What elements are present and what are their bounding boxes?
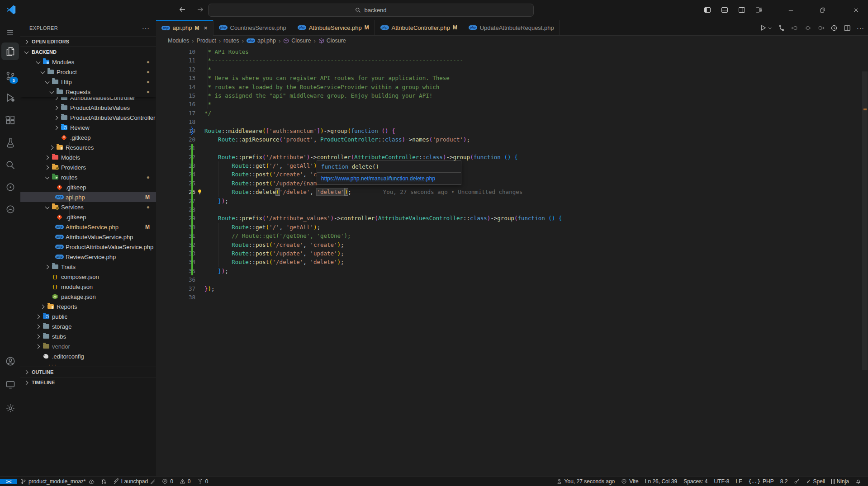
tree-item-attributevalueservice-php[interactable]: phpAttributeValueService.php <box>20 232 156 242</box>
tree-item-models[interactable]: Models <box>20 152 156 162</box>
tree-item-storage[interactable]: storage <box>20 321 156 331</box>
status-launchpad[interactable]: Launchpad <box>110 477 159 486</box>
tree-item-editorconfig[interactable]: .editorconfig <box>20 351 156 361</box>
breadcrumb-item-api-php[interactable]: phpapi.php <box>247 38 276 44</box>
previous-change-icon[interactable] <box>791 24 798 32</box>
section-open-editors[interactable]: OPEN EDITORS <box>20 36 156 47</box>
code-line-17[interactable]: 17*/ <box>156 109 868 118</box>
code-line-32[interactable]: 32 Route::post('/create', 'create'); <box>156 241 868 249</box>
tree-item-stubs[interactable]: stubs <box>20 331 156 341</box>
code-line-20[interactable]: 20 Route::apiResource('product', Product… <box>156 135 868 144</box>
toggle-secondary-sidebar-icon[interactable] <box>738 6 745 14</box>
tree-item-productattributevalues[interactable]: ProductAttributeValues <box>20 103 156 113</box>
tree-item-gitkeep[interactable]: .gitkeep <box>20 132 156 142</box>
tooltip-doc-link[interactable]: https://www.php.net/manual/function.dele… <box>321 175 435 182</box>
code-line-19[interactable]: 19Route::middleware(['auth:sanctum'])->g… <box>156 127 868 135</box>
breadcrumb-item-routes[interactable]: routes <box>223 38 239 44</box>
search-icon[interactable] <box>1 156 19 174</box>
code-line-33[interactable]: 33 Route::post('/update', 'update'); <box>156 249 868 258</box>
code-line-26[interactable]: 26 Route::delete('/delete', 'delete');Yo… <box>156 188 868 196</box>
code-line-24[interactable]: 24 Route::post('/create', 'c <box>156 170 868 179</box>
status-git-branch[interactable]: product_module_moaz* <box>17 477 98 486</box>
extension-a-icon[interactable] <box>1 178 19 196</box>
remote-explorer-icon[interactable] <box>1 376 19 393</box>
window-minimize-icon[interactable] <box>780 0 801 20</box>
status-remote-indicator[interactable]: >< <box>0 479 17 484</box>
code-line-22[interactable]: 22 Route::prefix('/attribute')->controll… <box>156 153 868 161</box>
tab-countriesservice-php[interactable]: phpCountriesService.php <box>213 20 292 35</box>
code-line-30[interactable]: 30 Route::get('/', 'getAll'); <box>156 223 868 231</box>
status-license-key[interactable] <box>791 477 803 486</box>
timeline-history-icon[interactable] <box>830 24 838 32</box>
run-icon[interactable] <box>760 24 772 31</box>
status-errors[interactable]: 0 <box>159 477 176 486</box>
code-line-10[interactable]: 10 * API Routes <box>156 47 868 56</box>
tree-item-gitkeep[interactable]: .gitkeep <box>20 182 156 192</box>
code-line-25[interactable]: 25 Route::post('/update/{nam <box>156 179 868 188</box>
code-line-28[interactable]: 28 <box>156 205 868 214</box>
breadcrumb-item-closure[interactable]: Closure <box>283 38 311 44</box>
tree-item-composer-json[interactable]: {}composer.json <box>20 272 156 282</box>
toggle-primary-sidebar-icon[interactable] <box>704 6 711 14</box>
menu-icon[interactable] <box>1 24 19 41</box>
extension-b-icon[interactable] <box>1 200 19 218</box>
code-line-15[interactable]: 15 * is assigned the "api" middleware gr… <box>156 91 868 100</box>
tree-item-public[interactable]: public <box>20 311 156 321</box>
status-vite[interactable]: Vite <box>618 477 641 486</box>
status-eol[interactable]: LF <box>733 477 745 486</box>
tab-api-php[interactable]: phpapi.phpM× <box>156 20 213 36</box>
testing-icon[interactable] <box>1 134 19 151</box>
tree-item-attributeservice-php[interactable]: phpAttributeService.phpM <box>20 222 156 232</box>
settings-icon[interactable] <box>1 399 19 417</box>
tree-item-gitkeep[interactable]: .gitkeep <box>20 212 156 222</box>
tree-item-requests[interactable]: Requests● <box>20 87 156 97</box>
tree-item-product[interactable]: Product● <box>20 67 156 77</box>
window-close-icon[interactable] <box>844 0 868 20</box>
code-line-13[interactable]: 13 * Here is where you can register API … <box>156 74 868 82</box>
status-ninja[interactable]: Ninja <box>828 477 852 486</box>
code-line-21[interactable]: 21 <box>156 144 868 152</box>
nav-back-icon[interactable] <box>177 5 187 14</box>
status-warnings[interactable]: 0 <box>176 477 194 486</box>
toggle-panel-icon[interactable] <box>721 6 728 14</box>
code-line-34[interactable]: 34 Route::post('/delete', 'delete'); <box>156 258 868 266</box>
remote-indicator[interactable]: >< <box>0 479 17 484</box>
tree-item-productattributevaluescontroller[interactable]: ProductAttributeValuesController <box>20 113 156 123</box>
code-line-29[interactable]: 29 Route::prefix('/attribute_values')->c… <box>156 214 868 222</box>
nav-forward-icon[interactable] <box>195 5 205 14</box>
tree-item-reports[interactable]: Reports <box>20 302 156 311</box>
status-indentation[interactable]: Spaces: 4 <box>680 477 711 486</box>
tree-item-providers[interactable]: Providers <box>20 162 156 172</box>
tab-updateattributerequest-php[interactable]: phpUpdateAttributeRequest.php <box>463 20 560 35</box>
status-language-mode[interactable]: {..}PHP <box>745 477 777 486</box>
breadcrumb-item-modules[interactable]: Modules <box>168 38 189 44</box>
tab-attributecontroller-php[interactable]: phpAttributeController.phpM <box>375 20 463 35</box>
code-line-35[interactable]: 35 }); <box>156 267 868 275</box>
code-line-31[interactable]: 31 // Route::get('/getOne', 'getOne'); <box>156 231 868 240</box>
tree-item-vendor[interactable]: vendor <box>20 341 156 351</box>
tree-item-attributevaluescontroller[interactable]: AttributeValuesController <box>20 97 156 103</box>
code-line-23[interactable]: 23 Route::get('/', 'getAll') <box>156 161 868 170</box>
extensions-icon[interactable] <box>1 111 19 129</box>
customize-layout-icon[interactable] <box>755 6 763 14</box>
tab-attributeservice-php[interactable]: phpAttributeService.phpM <box>292 20 375 35</box>
tree-item-http[interactable]: Http● <box>20 77 156 87</box>
tree-item-routes[interactable]: routes● <box>20 172 156 182</box>
code-line-38[interactable]: 38 <box>156 293 868 302</box>
section-timeline[interactable]: TIMELINE <box>20 377 156 387</box>
source-control-icon[interactable]: 5 <box>1 67 19 85</box>
split-editor-icon[interactable] <box>844 24 851 32</box>
tree-item-package-json[interactable]: JSpackage.json <box>20 292 156 302</box>
tree-item-traits[interactable]: Traits <box>20 262 156 272</box>
status-encoding[interactable]: UTF-8 <box>711 477 733 486</box>
tree-item-productattributevalueservice-php[interactable]: phpProductAttributeValueService.php <box>20 242 156 252</box>
current-change-icon[interactable] <box>804 24 811 32</box>
tree-item-review[interactable]: Review <box>20 123 156 132</box>
code-line-11[interactable]: 11 *------------------------------------… <box>156 56 868 65</box>
run-and-debug-icon[interactable] <box>1 89 19 106</box>
status-spell-checker[interactable]: ✓Spell <box>803 477 828 486</box>
explorer-icon[interactable] <box>1 42 19 60</box>
code-line-16[interactable]: 16 * <box>156 100 868 109</box>
accounts-icon[interactable] <box>1 352 19 370</box>
next-change-icon[interactable] <box>817 24 825 32</box>
